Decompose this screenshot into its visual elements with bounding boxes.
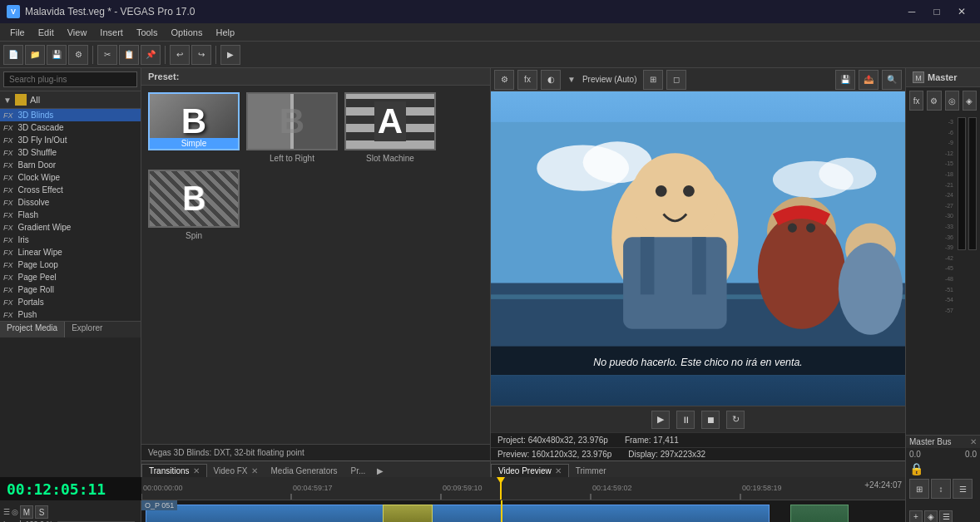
plugin-list[interactable]: FX 3D Blinds FX 3D Cascade FX 3D Fly In/… — [0, 109, 141, 321]
preview-settings-btn[interactable]: ⚙ — [494, 70, 514, 90]
maximize-button[interactable]: □ — [925, 2, 948, 21]
toolbar-undo[interactable]: ↩ — [170, 45, 190, 65]
tree-item-3dblinds[interactable]: FX 3D Blinds — [0, 109, 141, 121]
track-1-pan-btn[interactable]: ◈ — [924, 510, 938, 523]
toolbar-properties[interactable]: ⚙ — [68, 45, 88, 65]
minimize-button[interactable]: ─ — [900, 2, 923, 21]
master-fx-btn[interactable]: fx — [909, 91, 923, 111]
tree-item-barndoor[interactable]: FX Barn Door — [0, 159, 141, 171]
tab-videofx-close[interactable]: ✕ — [251, 466, 258, 475]
menu-edit[interactable]: Edit — [32, 26, 61, 39]
tree-item-linearwipe[interactable]: FX Linear Wipe — [0, 246, 141, 259]
tree-item-3dflyinout[interactable]: FX 3D Fly In/Out — [0, 134, 141, 146]
preview-zoom-btn[interactable]: 🔍 — [882, 70, 902, 90]
preview-export-btn[interactable]: 📤 — [859, 70, 879, 90]
preview-grid-btn[interactable]: ⊞ — [643, 70, 663, 90]
close-button[interactable]: ✕ — [950, 2, 973, 21]
tab-pr[interactable]: Pr... — [344, 465, 373, 477]
preset-spin[interactable]: B Spin — [148, 170, 240, 240]
tab-trimmer[interactable]: Trimmer — [569, 465, 613, 477]
tree-item-clockwipe[interactable]: FX Clock Wipe — [0, 171, 141, 184]
master-solo-btn[interactable]: ◈ — [963, 91, 977, 111]
tree-item-portals[interactable]: FX Portals — [0, 296, 141, 308]
menu-help[interactable]: Help — [209, 26, 241, 39]
tree-root-label: All — [30, 95, 40, 105]
preset-label-spin: Spin — [186, 231, 202, 240]
preview-snap-btn[interactable]: ◻ — [666, 70, 686, 90]
track-1-s-btn[interactable]: S — [35, 505, 48, 519]
toolbar-copy[interactable]: 📋 — [119, 45, 139, 65]
tab-mediagen[interactable]: Media Generators — [265, 465, 344, 477]
plugin-label: Barn Door — [18, 160, 57, 170]
master-mute-btn[interactable]: ◎ — [945, 91, 959, 111]
svg-point-15 — [758, 214, 845, 329]
tree-item-dissolve[interactable]: FX Dissolve — [0, 196, 141, 209]
track-1-small-clip[interactable] — [383, 505, 433, 522]
toolbar-paste[interactable]: 📌 — [141, 45, 161, 65]
playhead-track-1 — [501, 500, 502, 522]
meter-right — [968, 117, 977, 250]
tree-item-push[interactable]: FX Push — [0, 308, 141, 321]
lock-icon[interactable]: 🔒 — [909, 462, 923, 475]
track-1-m-btn[interactable]: M — [20, 505, 33, 519]
fx-badge: FX — [3, 149, 13, 157]
tree-expand-icon[interactable]: ▼ — [3, 96, 12, 105]
preview-save-btn[interactable]: 💾 — [835, 70, 855, 90]
tree-item-pageroll[interactable]: FX Page Roll — [0, 283, 141, 296]
track-1-lane[interactable]: O_P 051 — [141, 500, 905, 522]
menu-view[interactable]: View — [61, 26, 94, 39]
track-1-end-clip[interactable] — [790, 505, 849, 522]
tab-transitions[interactable]: Transitions ✕ — [141, 464, 207, 477]
preset-ltr[interactable]: B Left to Right — [246, 92, 338, 163]
toolbar-open[interactable]: 📁 — [25, 45, 45, 65]
timeline-scroll-btn[interactable]: ↕ — [931, 479, 951, 499]
pause-btn[interactable]: ⏸ — [676, 411, 695, 429]
anime-scene: No puedo hacerlo. Este chico no irá en v… — [491, 91, 905, 406]
toolbar-new[interactable]: 📄 — [3, 45, 23, 65]
toolbar-redo[interactable]: ↪ — [191, 45, 211, 65]
toolbar-render[interactable]: ▶ — [220, 45, 240, 65]
master-settings-btn[interactable]: ⚙ — [927, 91, 941, 111]
preset-slot[interactable]: A Slot Machine — [344, 92, 436, 163]
tree-item-crosseffect[interactable]: FX Cross Effect — [0, 184, 141, 196]
tab-project-media[interactable]: Project Media — [0, 322, 65, 337]
toolbar-cut[interactable]: ✂ — [97, 45, 117, 65]
tree-item-pagepeel[interactable]: FX Page Peel — [0, 271, 141, 283]
tree-item-pageloop[interactable]: FX Page Loop — [0, 259, 141, 271]
tab-videofx[interactable]: Video FX ✕ — [207, 465, 265, 477]
tree-item-gradientwipe[interactable]: FX Gradient Wipe — [0, 221, 141, 234]
play-btn[interactable]: ▶ — [651, 411, 670, 429]
scale-48: -48 — [945, 274, 953, 285]
timeline-more-btn[interactable]: ☰ — [953, 479, 973, 499]
preview-fx-btn[interactable]: fx — [517, 70, 537, 90]
track-1-menu-btn[interactable]: ☰ — [939, 510, 953, 523]
scale-42: -42 — [945, 254, 953, 264]
toolbar-save[interactable]: 💾 — [47, 45, 67, 65]
tab-mediagen-label: Media Generators — [271, 466, 338, 475]
fx-badge: FX — [3, 199, 13, 207]
tab-explorer[interactable]: Explorer — [65, 322, 109, 337]
tree-item-flash[interactable]: FX Flash — [0, 209, 141, 221]
menu-tools[interactable]: Tools — [130, 26, 165, 39]
preview-split-btn[interactable]: ◐ — [541, 70, 561, 90]
track-1-vol-btn[interactable]: + — [909, 510, 923, 523]
menu-insert[interactable]: Insert — [93, 26, 130, 39]
stop-btn[interactable]: ⏹ — [701, 411, 720, 429]
tree-item-iris[interactable]: FX Iris — [0, 234, 141, 246]
preset-simple[interactable]: B Simple — [148, 92, 240, 163]
timeline-ruler: 00:00:00:00 00:04:59:17 00:09:59:10 00:1… — [141, 477, 905, 500]
tab-transitions-close[interactable]: ✕ — [193, 466, 200, 475]
tab-video-preview-close[interactable]: ✕ — [555, 466, 562, 475]
tree-item-3dshuffle[interactable]: FX 3D Shuffle — [0, 146, 141, 159]
tree-item-3dcascade[interactable]: FX 3D Cascade — [0, 121, 141, 134]
timeline-expand-btn[interactable]: ⊞ — [909, 479, 929, 499]
menu-options[interactable]: Options — [165, 26, 210, 39]
track-1-main-clip[interactable] — [146, 505, 770, 522]
menu-file[interactable]: File — [3, 26, 32, 39]
tab-video-preview[interactable]: Video Preview ✕ — [491, 464, 569, 477]
search-input[interactable] — [3, 71, 137, 87]
master-bus-close[interactable]: ✕ — [970, 437, 977, 446]
display-info: Display: 297x223x32 — [628, 450, 705, 459]
tab-more[interactable]: ▶ — [372, 465, 389, 477]
loop-btn[interactable]: ↻ — [726, 411, 745, 429]
